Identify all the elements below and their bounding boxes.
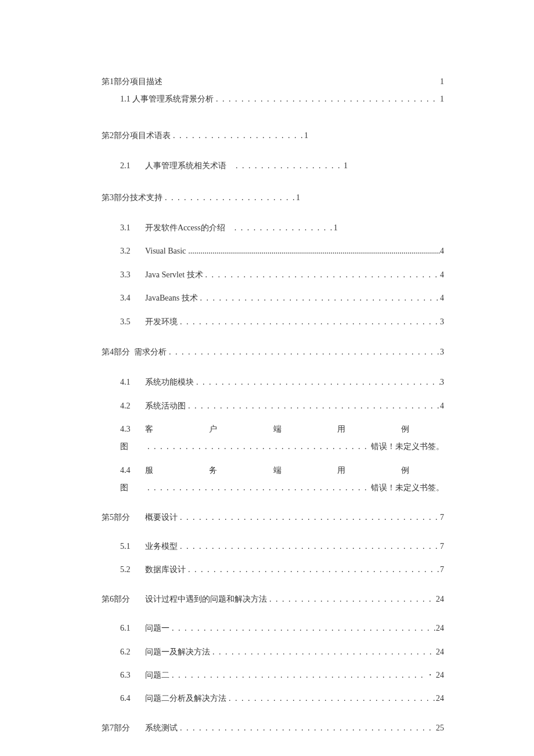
toc-num: 5.2 [102, 563, 145, 576]
toc-label: 问题一及解决方法 [145, 646, 210, 659]
toc-label: 数据库设计 [145, 563, 186, 576]
toc-entry-p1-1: 1.1 人事管理系统背景分析 . . . . . . . . . . . . .… [102, 93, 444, 106]
toc-leader: . . . . . . . . . . . . . . . . . . . . … [232, 222, 334, 234]
toc-leader: . . . . . . . . . . . . . . . . . . . . … [145, 440, 371, 453]
toc-leader: . . . . . . . . . . . . . . . . . . . . … [167, 346, 440, 359]
toc-leader: . . . . . . . . . . . . . . . . . . . . … [233, 160, 344, 172]
toc-num: 2.1 [102, 160, 145, 172]
toc-num: 3.5 [102, 316, 145, 328]
toc-page: ・ 24 [426, 669, 445, 682]
toc-num: 图 [102, 440, 145, 453]
toc-page: 1 [440, 93, 444, 106]
toc-leader: . . . . . . . . . . . . . . . . . . . . … [186, 400, 440, 413]
toc-page: 3 [440, 346, 444, 359]
toc-page: 25 [436, 722, 444, 735]
toc-entry-p2: 第2部分项目术语表 . . . . . . . . . . . . . . . … [102, 129, 444, 142]
toc-page: 4 [440, 245, 444, 258]
toc-page: 4 [440, 292, 444, 305]
toc-page: 3 [440, 376, 444, 389]
toc-entry-p4-2: 4.2 系统活动图 . . . . . . . . . . . . . . . … [102, 400, 444, 413]
toc-label: 第3部分技术支持 [102, 191, 163, 204]
toc-num: 3.1 [102, 222, 145, 234]
toc-page: 7 [440, 563, 444, 576]
toc-leader: . . . . . . . . . . . . . . . . . . . . … [178, 316, 440, 328]
toc-leader: . . . . . . . . . . . . . . . . . . . . … [145, 482, 371, 494]
toc-page: 1 [334, 222, 338, 234]
toc-entry-p6-3: 6.3 问题二 . . . . . . . . . . . . . . . . … [102, 669, 444, 682]
toc-label: 第4部分 需求分析 [102, 346, 167, 359]
toc-num: 6.4 [102, 692, 145, 705]
toc-leader: . . . . . . . . . . . . . . . . . . . . … [186, 563, 440, 576]
toc-label: 系统功能模块 [145, 376, 194, 389]
toc-leader: . . . . . . . . . . . . . . . . . . . . … [169, 669, 426, 682]
toc-num: 3.2 [102, 245, 145, 258]
toc-entry-p4-4-wrap: 图 . . . . . . . . . . . . . . . . . . . … [102, 482, 444, 494]
toc-label: 1.1 人事管理系统背景分析 [120, 93, 214, 106]
toc-leader: . . . . . . . . . . . . . . . . . . . . … [214, 93, 440, 106]
toc-entry-p1: 第1部分项目描述 1 [102, 75, 444, 88]
toc-label: 问题二 [145, 669, 169, 682]
toc-leader: . . . . . . . . . . . . . . . . . . . . … [163, 191, 296, 204]
toc-page: 1 [344, 160, 348, 172]
toc-page: 24 [436, 593, 444, 606]
toc-leader: . . . . . . . . . . . . . . . . . . . . … [178, 722, 436, 735]
toc-label: 第7部分 [102, 722, 145, 735]
toc-entry-p6-1: 6.1 问题一 . . . . . . . . . . . . . . . . … [102, 622, 444, 635]
toc-entry-p3-3: 3.3 Java Servlet 技术 . . . . . . . . . . … [102, 269, 444, 281]
toc-entry-p6-4: 6.4 问题二分析及解决方法 . . . . . . . . . . . . .… [102, 692, 444, 705]
toc-label: 业务模型 [145, 540, 178, 553]
toc-page: 错误！未定义书签。 [371, 440, 444, 453]
toc-leader: . . . . . . . . . . . . . . . . . . . . … [203, 269, 440, 281]
toc-leader: . . . . . . . . . . . . . . . . . . . . … [178, 540, 440, 553]
toc-entry-p3-1: 3.1 开发软件Access的介绍 . . . . . . . . . . . … [102, 222, 444, 234]
toc-leader: ........................................… [186, 245, 440, 258]
toc-label: JavaBeans 技术 [145, 292, 198, 305]
toc-entry-p2-1: 2.1 人事管理系统相关术语 . . . . . . . . . . . . .… [102, 160, 444, 172]
toc-num: 4.4 [102, 464, 145, 477]
toc-num: 3.3 [102, 269, 145, 281]
toc-leader [163, 75, 440, 88]
toc-label: Java Servlet 技术 [145, 269, 203, 281]
toc-num: 图 [102, 482, 145, 494]
toc-leader: . . . . . . . . . . . . . . . . . . . . … [178, 511, 440, 524]
toc-entry-p7: 第7部分 系统测试 . . . . . . . . . . . . . . . … [102, 722, 444, 735]
toc-leader: . . . . . . . . . . . . . . . . . . . . … [210, 646, 436, 659]
toc-leader: . . . . . . . . . . . . . . . . . . . . … [198, 292, 440, 305]
toc-num: 6.2 [102, 646, 145, 659]
toc-leader: . . . . . . . . . . . . . . . . . . . . … [169, 622, 436, 635]
toc-page: 1 [296, 191, 300, 204]
table-of-contents: 第1部分项目描述 1 1.1 人事管理系统背景分析 . . . . . . . … [102, 75, 444, 735]
toc-num: 3.4 [102, 292, 145, 305]
toc-label: 第6部分 [102, 593, 145, 606]
toc-leader: . . . . . . . . . . . . . . . . . . . . … [226, 692, 436, 705]
toc-entry-p4-4: 4.4 服务端用例 [102, 464, 444, 477]
toc-entry-p4-3-wrap: 图 . . . . . . . . . . . . . . . . . . . … [102, 440, 444, 453]
toc-page: 3 [440, 316, 444, 328]
toc-page: 4 [440, 269, 444, 281]
toc-label-text: 概要设计 [145, 511, 178, 524]
toc-label: Visual Basic [145, 245, 186, 258]
toc-label: 开发环境 [145, 316, 178, 328]
toc-leader: . . . . . . . . . . . . . . . . . . . . … [194, 376, 440, 389]
toc-entry-p4-1: 4.1 系统功能模块 . . . . . . . . . . . . . . .… [102, 376, 444, 389]
toc-num: 4.1 [102, 376, 145, 389]
toc-num: 6.1 [102, 622, 145, 635]
toc-page: 4 [440, 400, 444, 413]
toc-page: 24 [436, 692, 444, 705]
toc-leader: . . . . . . . . . . . . . . . . . . . . … [171, 129, 304, 142]
toc-entry-p4: 第4部分 需求分析 . . . . . . . . . . . . . . . … [102, 346, 444, 359]
toc-leader: . . . . . . . . . . . . . . . . . . . . … [267, 593, 436, 606]
toc-entry-p5: 第5部分 概要设计 . . . . . . . . . . . . . . . … [102, 511, 444, 524]
toc-label: 系统活动图 [145, 400, 186, 413]
toc-page: 1 [440, 75, 444, 88]
toc-page: 错误！未定义书签。 [371, 482, 444, 494]
toc-entry-p4-3: 4.3 客户端用例 [102, 423, 444, 436]
toc-label: 人事管理系统相关术语 [145, 160, 226, 172]
toc-page: 1 [304, 129, 308, 142]
toc-page: 7 [440, 540, 444, 553]
toc-num: 6.3 [102, 669, 145, 682]
toc-label: 问题二分析及解决方法 [145, 692, 226, 705]
toc-num: 5.1 [102, 540, 145, 553]
toc-entry-p5-2: 5.2 数据库设计 . . . . . . . . . . . . . . . … [102, 563, 444, 576]
toc-label: 第1部分项目描述 [102, 75, 163, 88]
